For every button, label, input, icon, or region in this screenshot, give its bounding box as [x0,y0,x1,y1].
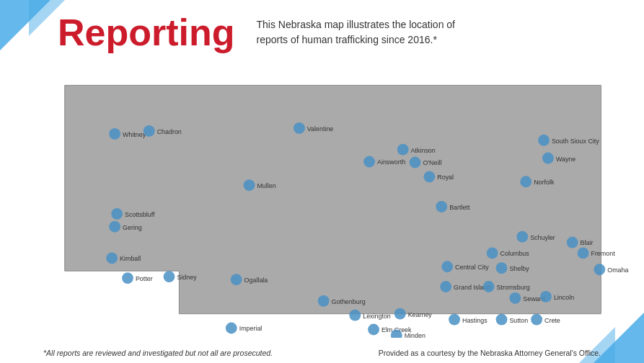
city-dot [394,308,406,320]
map-container: WhitneyChadronValentineAtkinsonO'NeillSo… [43,68,630,338]
city-dot [164,271,175,282]
city-label: Chadron [157,128,182,135]
city-dot [509,292,521,304]
city-label: Kearney [408,311,433,318]
city-label: Kimball [120,255,141,262]
city-dot [111,208,123,220]
footer-left: *All reports are reviewed and investigat… [43,349,273,357]
city-dot [496,262,508,274]
city-label: Norfolk [534,179,555,186]
city-label: Schuyler [530,234,555,241]
city-dot [538,135,550,146]
city-dot [496,314,508,326]
city-label: South Sioux City [552,138,599,145]
city-label: Imperial [239,325,263,332]
city-label: Central City [455,264,489,271]
city-label: Sidney [177,274,197,281]
city-label: Hastings [462,317,488,324]
city-label: Royal [437,174,454,181]
city-label: Fremont [591,250,615,257]
city-dot [542,153,554,164]
city-dot [144,125,155,137]
city-dot [318,295,330,307]
city-label: Shelby [509,265,529,272]
city-dot [487,247,498,259]
city-label: Columbus [500,250,530,257]
city-dot [520,176,531,187]
city-dot [436,201,447,212]
city-label: Lexington [363,313,391,320]
city-label: Minden [405,332,425,338]
city-dot [109,221,120,233]
city-dot [441,261,453,272]
city-dot [349,310,361,321]
nebraska-map: WhitneyChadronValentineAtkinsonO'NeillSo… [43,68,630,338]
city-label: Potter [136,275,153,282]
city-label: Atkinson [411,147,436,154]
city-dot [122,272,133,284]
city-label: Ainsworth [377,158,405,166]
city-dot [244,179,255,191]
city-dot [440,281,451,292]
city-label: Ogallala [244,277,268,284]
city-dot [294,122,305,134]
city-dot [423,171,435,182]
city-label: Sutton [509,317,528,324]
city-dot [594,264,605,275]
city-dot [567,237,578,248]
city-label: Blair [581,239,594,246]
city-dot [531,314,542,326]
footer-right: Provided as a courtesy by the Nebraska A… [379,349,601,357]
city-label: Crete [544,317,560,324]
page-subtitle: This Nebraska map illustrates the locati… [257,17,488,48]
city-dot [516,231,528,243]
city-label: Whitney [123,131,146,138]
page-title: Reporting [58,11,235,54]
city-dot [540,291,552,302]
city-label: Stromsburg [497,284,530,291]
city-label: Wayne [556,156,575,163]
city-dot [578,247,589,259]
city-label: O'Neill [423,159,441,166]
header: Reporting This Nebraska map illustrates … [58,11,488,54]
city-label: Lincoln [554,294,574,301]
city-label: Valentine [307,125,334,133]
city-dot [109,128,120,140]
city-dot [226,323,237,334]
city-label: Scottsbluff [125,211,155,218]
city-dot [410,157,421,169]
city-dot [106,252,118,264]
city-label: Mullen [257,182,275,189]
city-label: Omaha Area [607,266,630,274]
city-dot [397,144,409,156]
city-dot [363,156,375,168]
city-dot [368,324,379,336]
city-label: Bartlett [449,204,470,211]
city-label: Gothenburg [332,298,366,305]
city-dot [449,314,460,326]
city-dot [483,281,495,292]
city-label: Gering [123,224,142,231]
city-dot [231,274,242,285]
